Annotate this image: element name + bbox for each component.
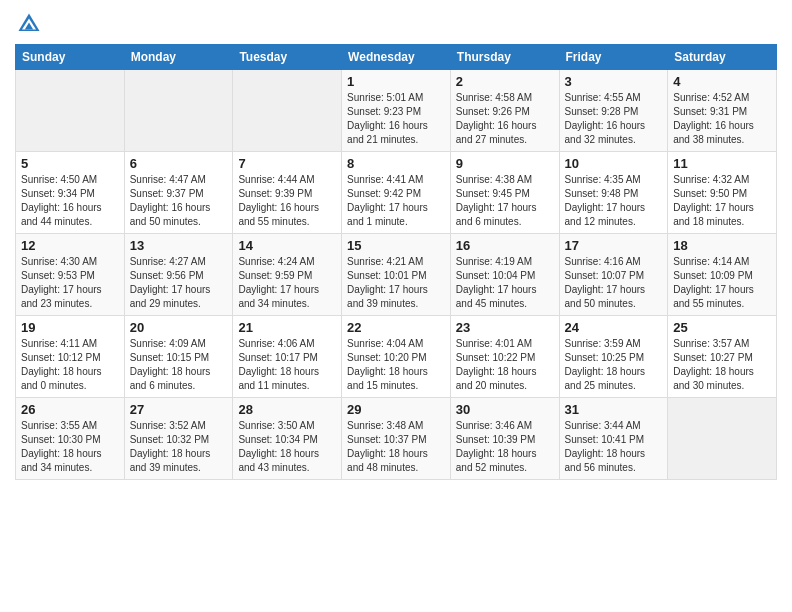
day-info: Sunrise: 3:44 AM Sunset: 10:41 PM Daylig…: [565, 419, 663, 475]
day-cell: 21Sunrise: 4:06 AM Sunset: 10:17 PM Dayl…: [233, 316, 342, 398]
day-info: Sunrise: 4:50 AM Sunset: 9:34 PM Dayligh…: [21, 173, 119, 229]
day-number: 6: [130, 156, 228, 171]
day-info: Sunrise: 4:21 AM Sunset: 10:01 PM Daylig…: [347, 255, 445, 311]
week-row-3: 12Sunrise: 4:30 AM Sunset: 9:53 PM Dayli…: [16, 234, 777, 316]
day-cell: [124, 70, 233, 152]
day-cell: 8Sunrise: 4:41 AM Sunset: 9:42 PM Daylig…: [342, 152, 451, 234]
week-row-1: 1Sunrise: 5:01 AM Sunset: 9:23 PM Daylig…: [16, 70, 777, 152]
day-number: 1: [347, 74, 445, 89]
day-cell: 19Sunrise: 4:11 AM Sunset: 10:12 PM Dayl…: [16, 316, 125, 398]
day-info: Sunrise: 5:01 AM Sunset: 9:23 PM Dayligh…: [347, 91, 445, 147]
day-cell: 30Sunrise: 3:46 AM Sunset: 10:39 PM Dayl…: [450, 398, 559, 480]
day-number: 20: [130, 320, 228, 335]
day-info: Sunrise: 3:50 AM Sunset: 10:34 PM Daylig…: [238, 419, 336, 475]
day-cell: 9Sunrise: 4:38 AM Sunset: 9:45 PM Daylig…: [450, 152, 559, 234]
day-info: Sunrise: 4:58 AM Sunset: 9:26 PM Dayligh…: [456, 91, 554, 147]
day-info: Sunrise: 4:11 AM Sunset: 10:12 PM Daylig…: [21, 337, 119, 393]
day-cell: 17Sunrise: 4:16 AM Sunset: 10:07 PM Dayl…: [559, 234, 668, 316]
day-number: 3: [565, 74, 663, 89]
day-info: Sunrise: 4:24 AM Sunset: 9:59 PM Dayligh…: [238, 255, 336, 311]
day-header-wednesday: Wednesday: [342, 45, 451, 70]
day-info: Sunrise: 4:01 AM Sunset: 10:22 PM Daylig…: [456, 337, 554, 393]
day-info: Sunrise: 4:30 AM Sunset: 9:53 PM Dayligh…: [21, 255, 119, 311]
calendar-header: SundayMondayTuesdayWednesdayThursdayFrid…: [16, 45, 777, 70]
day-number: 16: [456, 238, 554, 253]
day-cell: 11Sunrise: 4:32 AM Sunset: 9:50 PM Dayli…: [668, 152, 777, 234]
day-info: Sunrise: 3:55 AM Sunset: 10:30 PM Daylig…: [21, 419, 119, 475]
day-cell: [16, 70, 125, 152]
day-info: Sunrise: 3:52 AM Sunset: 10:32 PM Daylig…: [130, 419, 228, 475]
calendar-body: 1Sunrise: 5:01 AM Sunset: 9:23 PM Daylig…: [16, 70, 777, 480]
day-info: Sunrise: 4:55 AM Sunset: 9:28 PM Dayligh…: [565, 91, 663, 147]
day-header-tuesday: Tuesday: [233, 45, 342, 70]
day-cell: 5Sunrise: 4:50 AM Sunset: 9:34 PM Daylig…: [16, 152, 125, 234]
day-cell: 27Sunrise: 3:52 AM Sunset: 10:32 PM Dayl…: [124, 398, 233, 480]
day-info: Sunrise: 4:52 AM Sunset: 9:31 PM Dayligh…: [673, 91, 771, 147]
day-header-friday: Friday: [559, 45, 668, 70]
day-info: Sunrise: 3:59 AM Sunset: 10:25 PM Daylig…: [565, 337, 663, 393]
week-row-5: 26Sunrise: 3:55 AM Sunset: 10:30 PM Dayl…: [16, 398, 777, 480]
day-number: 26: [21, 402, 119, 417]
day-info: Sunrise: 4:47 AM Sunset: 9:37 PM Dayligh…: [130, 173, 228, 229]
day-number: 22: [347, 320, 445, 335]
day-cell: 3Sunrise: 4:55 AM Sunset: 9:28 PM Daylig…: [559, 70, 668, 152]
day-number: 27: [130, 402, 228, 417]
day-number: 4: [673, 74, 771, 89]
day-number: 10: [565, 156, 663, 171]
day-number: 21: [238, 320, 336, 335]
day-number: 25: [673, 320, 771, 335]
day-cell: 10Sunrise: 4:35 AM Sunset: 9:48 PM Dayli…: [559, 152, 668, 234]
day-info: Sunrise: 4:41 AM Sunset: 9:42 PM Dayligh…: [347, 173, 445, 229]
day-number: 19: [21, 320, 119, 335]
day-cell: 1Sunrise: 5:01 AM Sunset: 9:23 PM Daylig…: [342, 70, 451, 152]
day-info: Sunrise: 4:06 AM Sunset: 10:17 PM Daylig…: [238, 337, 336, 393]
day-cell: 23Sunrise: 4:01 AM Sunset: 10:22 PM Dayl…: [450, 316, 559, 398]
day-info: Sunrise: 4:19 AM Sunset: 10:04 PM Daylig…: [456, 255, 554, 311]
day-number: 29: [347, 402, 445, 417]
day-info: Sunrise: 4:35 AM Sunset: 9:48 PM Dayligh…: [565, 173, 663, 229]
day-cell: 20Sunrise: 4:09 AM Sunset: 10:15 PM Dayl…: [124, 316, 233, 398]
day-number: 31: [565, 402, 663, 417]
day-cell: 6Sunrise: 4:47 AM Sunset: 9:37 PM Daylig…: [124, 152, 233, 234]
day-cell: 15Sunrise: 4:21 AM Sunset: 10:01 PM Dayl…: [342, 234, 451, 316]
day-number: 17: [565, 238, 663, 253]
day-cell: 22Sunrise: 4:04 AM Sunset: 10:20 PM Dayl…: [342, 316, 451, 398]
day-number: 7: [238, 156, 336, 171]
day-header-sunday: Sunday: [16, 45, 125, 70]
calendar-table: SundayMondayTuesdayWednesdayThursdayFrid…: [15, 44, 777, 480]
day-cell: 28Sunrise: 3:50 AM Sunset: 10:34 PM Dayl…: [233, 398, 342, 480]
day-info: Sunrise: 4:04 AM Sunset: 10:20 PM Daylig…: [347, 337, 445, 393]
day-info: Sunrise: 3:48 AM Sunset: 10:37 PM Daylig…: [347, 419, 445, 475]
day-number: 15: [347, 238, 445, 253]
day-info: Sunrise: 4:16 AM Sunset: 10:07 PM Daylig…: [565, 255, 663, 311]
day-number: 14: [238, 238, 336, 253]
day-cell: 25Sunrise: 3:57 AM Sunset: 10:27 PM Dayl…: [668, 316, 777, 398]
day-number: 2: [456, 74, 554, 89]
day-info: Sunrise: 4:14 AM Sunset: 10:09 PM Daylig…: [673, 255, 771, 311]
day-info: Sunrise: 4:32 AM Sunset: 9:50 PM Dayligh…: [673, 173, 771, 229]
day-number: 13: [130, 238, 228, 253]
day-cell: 16Sunrise: 4:19 AM Sunset: 10:04 PM Dayl…: [450, 234, 559, 316]
day-cell: 4Sunrise: 4:52 AM Sunset: 9:31 PM Daylig…: [668, 70, 777, 152]
day-number: 24: [565, 320, 663, 335]
day-number: 12: [21, 238, 119, 253]
day-cell: 14Sunrise: 4:24 AM Sunset: 9:59 PM Dayli…: [233, 234, 342, 316]
day-cell: 12Sunrise: 4:30 AM Sunset: 9:53 PM Dayli…: [16, 234, 125, 316]
day-info: Sunrise: 4:44 AM Sunset: 9:39 PM Dayligh…: [238, 173, 336, 229]
day-info: Sunrise: 3:57 AM Sunset: 10:27 PM Daylig…: [673, 337, 771, 393]
day-cell: 18Sunrise: 4:14 AM Sunset: 10:09 PM Dayl…: [668, 234, 777, 316]
day-cell: 2Sunrise: 4:58 AM Sunset: 9:26 PM Daylig…: [450, 70, 559, 152]
day-header-row: SundayMondayTuesdayWednesdayThursdayFrid…: [16, 45, 777, 70]
day-cell: [668, 398, 777, 480]
day-number: 18: [673, 238, 771, 253]
day-number: 11: [673, 156, 771, 171]
day-number: 5: [21, 156, 119, 171]
day-info: Sunrise: 3:46 AM Sunset: 10:39 PM Daylig…: [456, 419, 554, 475]
day-cell: 31Sunrise: 3:44 AM Sunset: 10:41 PM Dayl…: [559, 398, 668, 480]
day-cell: [233, 70, 342, 152]
day-header-thursday: Thursday: [450, 45, 559, 70]
logo-icon: [15, 10, 43, 38]
day-cell: 13Sunrise: 4:27 AM Sunset: 9:56 PM Dayli…: [124, 234, 233, 316]
week-row-4: 19Sunrise: 4:11 AM Sunset: 10:12 PM Dayl…: [16, 316, 777, 398]
day-cell: 7Sunrise: 4:44 AM Sunset: 9:39 PM Daylig…: [233, 152, 342, 234]
